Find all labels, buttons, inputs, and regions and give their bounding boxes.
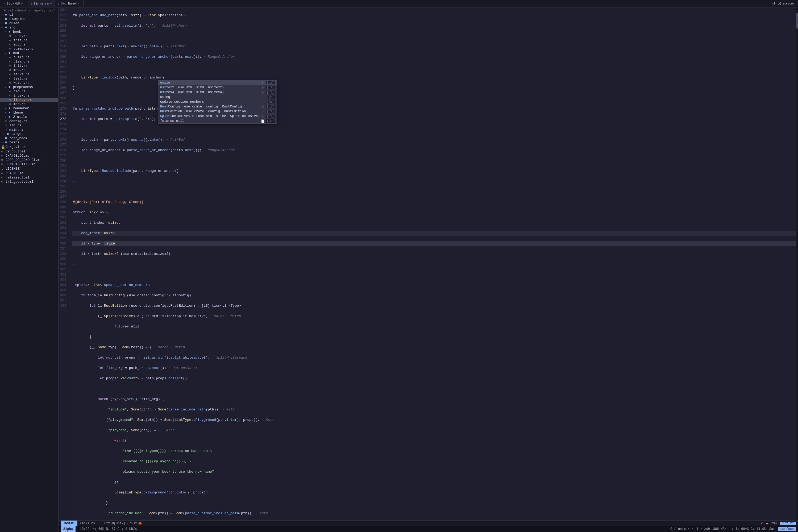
status-bar: INSERT links.rs + utf-8[unix] | rust 🦀 ✓… [58, 520, 798, 526]
sidebar-item-index-rs[interactable]: ○ index.rs [0, 94, 58, 98]
ln-275: 275 [58, 132, 68, 137]
sidebar-item-triagebot[interactable]: ○ triagebot.toml [0, 180, 58, 184]
tab-noname[interactable]: 3 [No Name] - [55, 0, 83, 7]
sidebar-item-changelog[interactable]: ○ CHANGELOG.md [0, 154, 58, 158]
branch-info: ~1 ⎇ master [772, 2, 797, 5]
sidebar-item-config-rs[interactable]: ○ config.rs [0, 119, 58, 124]
tab-buffer[interactable]: / [BUFFER] - [1, 0, 28, 7]
sidebar-item-src[interactable]: ▾ ■ src [0, 25, 58, 30]
sidebar-item-watch-rs[interactable]: ○ watch.rs [0, 81, 58, 85]
sidebar-item-contributing[interactable]: ○ CONTRIBUTING.md [0, 162, 58, 167]
sidebar-item-mod-rs-pre[interactable]: ○ mod.rs [0, 102, 58, 107]
ac-item-usizex4[interactable]: usizex4 (use std::simd::usizex4) ⊨ [LS] [158, 90, 277, 95]
sidebar-item-license[interactable]: ★ LICENSE [0, 167, 58, 171]
ln-271: 271 [58, 111, 68, 116]
code-editor[interactable]: 251 252 253 254 255 256 257 258 259 260 … [58, 7, 798, 520]
ac-item-using[interactable]: using [B] [158, 95, 277, 99]
mod-rs-pre-label: mod.rs [14, 102, 58, 106]
init-rs-book-label: init.rs [14, 39, 58, 42]
ln-291: 291 [58, 215, 68, 220]
ac-item-usizex2[interactable]: usizex2 (use std::simd::usizex2) ⊨ [LS] [158, 85, 277, 90]
ln-305: 305 [58, 288, 68, 293]
sidebar-item-ci[interactable]: ▾ ■ ci [0, 13, 58, 17]
status2-download: ↓ 8 KB/s [121, 527, 137, 531]
sidebar-item-preprocess[interactable]: ▾ ■ preprocess [0, 85, 58, 89]
sidebar-item-init-rs-cmd[interactable]: ○ init.rs [0, 64, 58, 68]
ci-folder-icon: ■ [5, 13, 8, 17]
ac-item-futures[interactable]: futures_util 📄 [LS] [158, 119, 277, 124]
ln-289: 289 [58, 205, 68, 210]
code-line-281: futures_util [72, 324, 796, 329]
ac-name-using: using [160, 95, 264, 99]
sidebar-item-guide[interactable]: ▾ ■ guide [0, 21, 58, 25]
sidebar-item-cmd[interactable]: ▾ ■ cmd [0, 51, 58, 55]
tab-links[interactable]: 2 links.rs + [28, 0, 55, 7]
ln-299: 299 [58, 256, 68, 262]
sidebar-item-mod-rs-cmd[interactable]: ○ mod.rs [0, 68, 58, 72]
sidebar-item-test-rs[interactable]: ○ test.rs [0, 77, 58, 81]
ln-294: 294 [58, 231, 68, 236]
ac-item-splitinclusive[interactable]: SplitInclusive<…> (use std::slice::Split… [158, 114, 277, 119]
sidebar-item-serve-rs[interactable]: ○ serve.rs [0, 72, 58, 77]
sidebar-item-book-rs[interactable]: ○ book.rs [0, 34, 58, 38]
code-line-265 [72, 158, 796, 163]
sidebar-item-release-toml[interactable]: ○ release.toml [0, 175, 58, 180]
utils-label: 2 utils [13, 115, 58, 119]
ln-274: 274 [58, 127, 68, 132]
sidebar-header: [FILE] mdBook ~/repo/syntax/ [0, 8, 58, 13]
scrollbar[interactable] [796, 7, 798, 520]
code-line-275: } [72, 262, 796, 267]
ln-259: 259 [58, 49, 68, 54]
ac-item-rustconfig[interactable]: RustConfig (use crate::config::RustConfi… [158, 104, 277, 109]
sidebar-item-test-book[interactable]: ▾ ■ test_book [0, 136, 58, 140]
mod-rs-pre-icon: ○ [9, 102, 13, 106]
scrollbar-thumb[interactable] [796, 13, 798, 29]
code-line-299: ("rustdoc_include", Some(pth)) ⇒ Some(pa… [72, 511, 796, 516]
tab-label-1: [BUFFER] [7, 2, 22, 5]
ac-item-rustedition[interactable]: RustEdition (use crate::config::RustEdit… [158, 109, 277, 114]
ac-item-update[interactable]: update_section_numbers [B] [158, 99, 277, 104]
sidebar-item-lib-rs[interactable]: ○ lib.rs [0, 124, 58, 128]
status-filetype: rust [129, 521, 137, 525]
ac-item-usize[interactable]: usize ⊨ [LS] [158, 80, 277, 85]
license-label: LICENSE [5, 167, 58, 171]
sidebar-item-code-of-conduct[interactable]: ○ CODE_OF_CONDUCT.md [0, 158, 58, 162]
code-line-272: end_index: usize, [72, 231, 796, 236]
ln-297: 297 [58, 246, 68, 251]
src-arrow: ▾ [1, 26, 5, 29]
book-label: book [13, 30, 58, 34]
code-line-293: "the {{{{#playpen}}}} expression has bee… [72, 449, 796, 454]
ac-badge-usize: ⊨ [262, 81, 265, 84]
sidebar-item-mod-rs-book[interactable]: ○ mod.rs [0, 42, 58, 47]
sidebar-item-target[interactable]: ! ▾ ■ target [0, 132, 58, 136]
preprocess-label: preprocess [13, 86, 58, 89]
sidebar-item-clean-rs[interactable]: ○ clean.rs [0, 60, 58, 64]
build-rs-label: build.rs [14, 56, 58, 59]
ln-251: 251 [58, 7, 68, 13]
sidebar-item-init-rs-book[interactable]: ○ init.rs [0, 38, 58, 42]
sidebar-item-build-rs[interactable]: ○ build.rs [0, 55, 58, 60]
target-arrow: ▾ [3, 132, 7, 136]
sidebar-item-renderer[interactable]: ▾ ■ renderer [0, 107, 58, 111]
sidebar-item-book[interactable]: ▾ ■ book [0, 30, 58, 34]
ln-302: 302 [58, 272, 68, 278]
sidebar-item-utils[interactable]: ▾ ■ 2 utils [0, 115, 58, 119]
sidebar-item-cargo-toml[interactable]: ○ Cargo.toml [0, 150, 58, 154]
preprocess-arrow: ▾ [5, 86, 8, 89]
sidebar-item-readme[interactable]: ○ README.md [0, 171, 58, 175]
code-line-294: renamed to {{{{#playground}}}}, \ [72, 459, 796, 464]
code-line-276 [72, 272, 796, 278]
sidebar-item-cmd-rs[interactable]: ○ cmd.rs [0, 89, 58, 94]
sidebar-item-links-rs[interactable]: ○ links.rs+ [0, 98, 58, 102]
tests-folder-icon: ■ [5, 141, 8, 145]
index-rs-icon: ○ [9, 94, 13, 98]
sidebar-item-theme[interactable]: ▾ ■ theme [0, 111, 58, 115]
ln-282: 282 [58, 168, 68, 174]
sidebar-item-examples[interactable]: ▾ ■ examples [0, 17, 58, 21]
sidebar-item-summary-rs[interactable]: ○ summary.rs [0, 47, 58, 51]
sidebar-item-cargo-lock[interactable]: 🔒 Cargo.lock [0, 145, 58, 150]
sidebar-item-tests[interactable]: ▾ ■ tests [0, 140, 58, 145]
autocomplete-popup[interactable]: usize ⊨ [LS] usizex2 (use std::simd::usi… [158, 80, 277, 124]
sidebar-item-main-rs[interactable]: ○ main.rs [0, 128, 58, 132]
code-line-256 [72, 65, 796, 70]
